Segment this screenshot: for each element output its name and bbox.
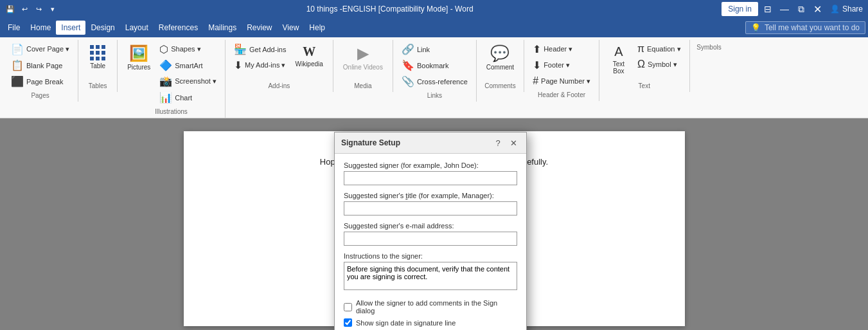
footer-btn[interactable]: ⬇ Footer ▾ [529,57,594,73]
get-addins-icon: 🏪 [234,43,247,55]
screenshot-btn[interactable]: 📸 Screenshot ▾ [156,73,220,89]
chart-icon: 📊 [159,91,172,104]
header-footer-content: ⬆ Header ▾ ⬇ Footer ▾ # Page Number ▾ [529,41,594,89]
links-content: 🔗 Link 🔖 Bookmark 📎 Cross-reference [398,41,471,89]
title-bar: 💾 ↩ ↪ ▾ 10 things -ENGLISH [Compatibilit… [0,0,868,18]
comment-btn[interactable]: 💬 Comment [482,41,518,80]
menu-layout[interactable]: Layout [120,21,154,35]
ribbon-group-media: ▶ Online Videos Media [333,40,393,92]
bookmark-icon: 🔖 [402,59,414,71]
ribbon-group-links: 🔗 Link 🔖 Bookmark 📎 Cross-reference Link… [393,40,477,102]
menu-review[interactable]: Review [242,21,277,35]
page-break-btn[interactable]: ⬛ Page Break [8,73,73,89]
link-btn[interactable]: 🔗 Link [398,41,471,57]
dialog-help-btn[interactable]: ? [492,136,504,149]
pictures-icon: 🖼️ [129,44,148,62]
cross-reference-btn[interactable]: 📎 Cross-reference [398,73,471,89]
menu-search[interactable]: 💡 Tell me what you want to do [745,21,865,34]
search-text: Tell me what you want to do [765,23,860,32]
share-btn[interactable]: 👤 Share [830,5,863,14]
cross-reference-icon: 📎 [402,75,414,87]
menu-home[interactable]: Home [25,21,56,35]
symbol-icon: Ω [637,59,645,70]
illustrations-content: 🖼️ Pictures ⬡ Shapes ▾ 🔷 SmartArt 📸 Scre… [123,41,220,105]
signin-btn[interactable]: Sign in [722,2,758,16]
links-label: Links [427,92,442,99]
bookmark-btn[interactable]: 🔖 Bookmark [398,57,471,73]
cover-page-icon: 📄 [11,43,24,55]
menu-references[interactable]: References [154,21,203,35]
addins-label: Add-ins [268,82,290,89]
close-btn[interactable]: ✕ [811,2,825,16]
shapes-icon: ⬡ [159,43,168,55]
equation-icon: π [637,43,644,55]
chart-btn[interactable]: 📊 Chart [156,89,220,105]
menu-insert[interactable]: Insert [56,21,85,35]
smartart-icon: 🔷 [159,59,172,71]
dialog-title-bar: Signature Setup ? ✕ [335,133,526,154]
ribbon-group-header-footer: ⬆ Header ▾ ⬇ Footer ▾ # Page Number ▾ He… [524,40,599,101]
share-icon: 👤 [830,5,840,14]
field2-input[interactable] [344,201,517,215]
header-footer-col: ⬆ Header ▾ ⬇ Footer ▾ # Page Number ▾ [529,41,594,89]
checkbox2-input[interactable] [344,318,352,327]
header-icon: ⬆ [533,43,541,55]
menu-view[interactable]: View [278,21,305,35]
field3-input[interactable] [344,232,517,246]
redo-qat-btn[interactable]: ↪ [33,4,44,14]
pictures-btn[interactable]: 🖼️ Pictures [123,41,155,80]
field1-input[interactable] [344,171,517,185]
symbols-label: Symbols [696,44,721,51]
page-break-icon: ⬛ [11,75,24,87]
menu-help[interactable]: Help [304,21,330,35]
field4-textarea[interactable]: Before signing this document, verify tha… [344,262,517,290]
layout-btn[interactable]: ⊟ [761,2,775,16]
smartart-btn[interactable]: 🔷 SmartArt [156,57,220,73]
save-qat-btn[interactable]: 💾 [5,4,15,14]
ribbon-group-illustrations: 🖼️ Pictures ⬡ Shapes ▾ 🔷 SmartArt 📸 Scre… [118,40,226,118]
field2-label: Suggested signer's title (for example, M… [344,192,517,199]
symbol-btn[interactable]: Ω Symbol ▾ [634,57,684,72]
footer-icon: ⬇ [533,59,541,71]
media-label: Media [354,82,371,89]
shapes-btn[interactable]: ⬡ Shapes ▾ [156,41,220,57]
comments-label: Comments [484,82,515,89]
text-box-btn[interactable]: A Text Box [605,41,633,80]
link-icon: 🔗 [402,43,414,55]
customize-qat-btn[interactable]: ▾ [48,4,58,14]
page-number-icon: # [533,75,538,87]
links-col: 🔗 Link 🔖 Bookmark 📎 Cross-reference [398,41,471,89]
header-btn[interactable]: ⬆ Header ▾ [529,41,594,57]
menu-bar: File Home Insert Design Layout Reference… [0,18,868,37]
blank-page-btn[interactable]: 📋 Blank Page [8,57,73,73]
undo-qat-btn[interactable]: ↩ [19,4,30,14]
text-box-icon: A [614,44,623,59]
ribbon: 📄 Cover Page ▾ 📋 Blank Page ⬛ Page Break… [0,37,868,118]
table-btn[interactable]: Table [84,41,112,80]
get-addins-btn[interactable]: 🏪 Get Add-ins [231,41,289,57]
pages-content: 📄 Cover Page ▾ 📋 Blank Page ⬛ Page Break [8,41,73,89]
restore-btn[interactable]: ⧉ [794,2,808,16]
wikipedia-btn[interactable]: W Wikipedia [290,41,327,80]
menu-design[interactable]: Design [85,21,120,35]
signature-setup-dialog: Signature Setup ? ✕ Suggested signer (fo… [334,132,527,330]
field4-label: Instructions to the signer: [344,252,517,260]
text-content: A Text Box π Equation ▾ Ω Symbol ▾ [605,41,684,80]
my-addins-btn[interactable]: ⬇ My Add-ins ▾ [231,57,289,73]
page-number-btn[interactable]: # Page Number ▾ [529,73,594,89]
dialog-title: Signature Setup [341,138,400,147]
search-icon: 💡 [751,23,761,32]
checkbox2-label: Show sign date in signature line [356,319,456,327]
online-videos-btn[interactable]: ▶ Online Videos [339,41,387,80]
cover-page-btn[interactable]: 📄 Cover Page ▾ [8,41,73,57]
menu-mailings[interactable]: Mailings [203,21,242,35]
minimize-btn[interactable]: — [777,2,792,16]
my-addins-icon: ⬇ [234,59,242,71]
menu-file[interactable]: File [3,21,25,35]
window-title: 10 things -ENGLISH [Compatibility Mode] … [58,5,722,14]
tables-label: Tables [89,82,107,89]
checkbox1-input[interactable] [344,303,352,311]
ribbon-groups: 📄 Cover Page ▾ 📋 Blank Page ⬛ Page Break… [0,40,868,118]
equation-btn[interactable]: π Equation ▾ [634,41,684,57]
dialog-close-btn[interactable]: ✕ [507,136,520,149]
